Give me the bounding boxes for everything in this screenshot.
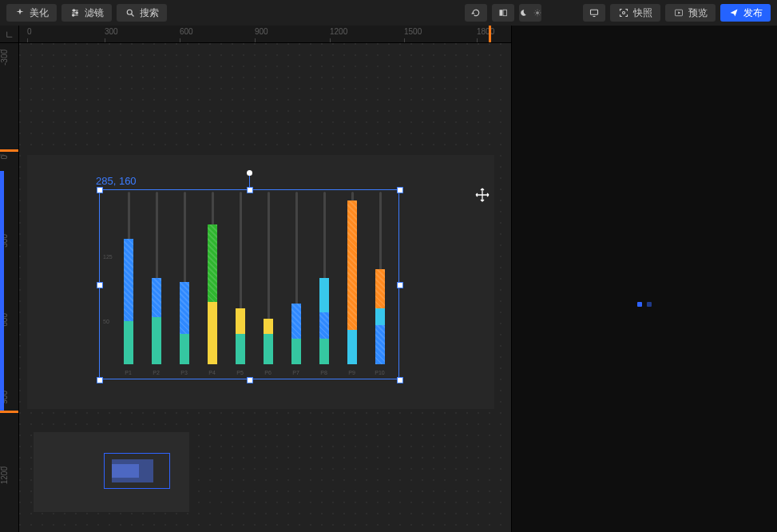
chart-segment (375, 269, 385, 308)
ruler-h-tick: 0 (27, 26, 32, 42)
ruler-h-tick: 300 (105, 26, 118, 42)
minimap[interactable] (34, 432, 189, 512)
chart-segment (319, 312, 329, 338)
resize-handle[interactable] (397, 377, 403, 383)
action-group: 快照 预览 发布 (583, 4, 771, 22)
panel-toggle-button[interactable] (492, 4, 514, 22)
resize-handle[interactable] (97, 377, 103, 383)
selection-coordinates: 285, 160 (96, 175, 137, 187)
filter-label: 滤镜 (85, 6, 104, 20)
svg-rect-5 (503, 10, 507, 16)
chart-segment (291, 304, 301, 338)
properties-panel (511, 26, 777, 532)
ruler-v-tick: 1200 (0, 466, 18, 484)
preview-button[interactable]: 预览 (665, 4, 716, 22)
chart-segment (291, 339, 301, 364)
ruler-origin[interactable] (0, 26, 19, 43)
chart-segment (319, 339, 329, 364)
chart-segment (180, 334, 189, 364)
resize-handle[interactable] (97, 187, 103, 193)
resize-handle[interactable] (97, 282, 103, 288)
rotation-handle[interactable] (247, 170, 252, 176)
screen-icon (589, 7, 600, 18)
chart-x-label: P7 (292, 370, 299, 375)
chart-x-label: P8 (320, 370, 327, 375)
search-label: 搜索 (140, 6, 159, 20)
chart-bar (375, 269, 385, 364)
play-icon (673, 7, 684, 18)
beautify-button[interactable]: 美化 (6, 4, 57, 22)
chart-y-tick: 50 (103, 319, 109, 324)
snapshot-button[interactable]: 快照 (610, 4, 660, 22)
ruler-h-tick: 900 (255, 26, 268, 42)
ruler-h-marker[interactable] (489, 26, 491, 42)
chart-x-label: P3 (180, 370, 188, 375)
chart-segment (236, 334, 245, 364)
chart-bar (291, 304, 301, 364)
camera-focus-icon (618, 7, 629, 18)
publish-label: 发布 (743, 6, 763, 20)
resize-handle[interactable] (247, 187, 253, 193)
move-cursor-icon (475, 188, 490, 202)
panel-icon (498, 7, 509, 18)
selection-box[interactable]: 50125P1P2P3P4P5P6P7P8P9P10 (99, 189, 399, 379)
ruler-v-tick: -300 (0, 50, 18, 66)
resize-handle[interactable] (397, 187, 403, 193)
search-button[interactable]: 搜索 (117, 4, 167, 22)
minimap-selection (112, 464, 139, 478)
ruler-horizontal[interactable]: 0300600900120015001800 (19, 26, 511, 43)
refresh-icon (470, 7, 482, 18)
ruler-v-range (0, 171, 4, 411)
refresh-button[interactable] (465, 4, 487, 22)
chart-bar (152, 278, 161, 364)
beautify-label: 美化 (30, 6, 49, 20)
svg-point-0 (73, 10, 74, 11)
theme-toggle-button[interactable] (519, 4, 541, 22)
chart-segment (347, 200, 357, 330)
chart-segment (180, 282, 189, 334)
design-stage[interactable]: 0300600900120015001800 -3000300600900120… (0, 26, 511, 532)
svg-rect-7 (591, 10, 598, 14)
chart-x-label: P9 (348, 370, 355, 375)
chart-segment (124, 321, 133, 364)
sparkle-icon (14, 7, 26, 18)
svg-rect-4 (500, 10, 503, 16)
svg-point-2 (73, 14, 74, 16)
chart-x-label: P2 (153, 370, 160, 375)
ruler-h-tick: 1200 (330, 26, 347, 42)
ruler-h-tick: 1500 (404, 26, 422, 42)
preview-label: 预览 (688, 6, 708, 20)
svg-point-1 (76, 12, 77, 14)
chart-segment (236, 308, 245, 334)
chart-segment (264, 319, 273, 334)
search-icon (125, 7, 136, 18)
snapshot-label: 快照 (633, 6, 652, 20)
filter-button[interactable]: 滤镜 (61, 4, 112, 22)
chart-bar (124, 239, 133, 364)
resize-handle[interactable] (397, 282, 403, 288)
ruler-vertical[interactable]: -30003006009001200 (0, 43, 19, 532)
chart-y-tick: 125 (103, 254, 113, 260)
viewport[interactable]: 285, 160 50125P1P2P3P4P5P6P7P8P9P10 (19, 43, 511, 532)
top-toolbar: 美化 滤镜 搜索 (0, 0, 777, 26)
screen-button[interactable] (583, 4, 605, 22)
publish-button[interactable]: 发布 (720, 4, 771, 22)
sliders-icon (69, 7, 81, 18)
ruler-h-tick: 1800 (477, 26, 494, 42)
ruler-h-tick: 600 (180, 26, 193, 42)
chart-segment (347, 330, 357, 364)
chart-bar (347, 200, 357, 364)
stacked-bar-chart: 50125P1P2P3P4P5P6P7P8P9P10 (100, 190, 398, 379)
resize-handle[interactable] (247, 377, 253, 383)
svg-point-3 (127, 10, 132, 14)
chart-segment (208, 302, 217, 364)
chart-segment (124, 239, 133, 321)
view-toggle-group (465, 4, 541, 22)
chart-bar (236, 308, 245, 364)
ruler-v-marker[interactable] (0, 149, 18, 152)
chart-segment (208, 224, 217, 302)
chart-x-label: P10 (375, 370, 384, 375)
ruler-v-marker[interactable] (0, 411, 18, 413)
ruler-v-tick: 0 (0, 155, 18, 160)
svg-point-8 (623, 12, 625, 14)
